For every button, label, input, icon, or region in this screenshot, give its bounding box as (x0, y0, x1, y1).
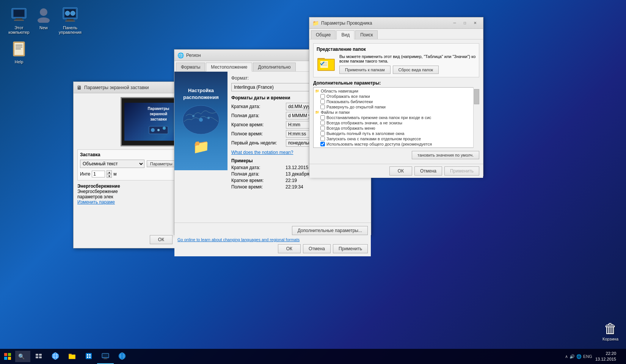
lang-indicator[interactable]: ENG (583, 354, 592, 359)
screensaver-ok-btn[interactable]: ОК (150, 235, 173, 244)
show-libraries-checkbox[interactable] (320, 99, 325, 104)
interval-label: Инте (80, 171, 90, 177)
always-show-icons-item[interactable]: Всегда отображать значки, а не эскизы (314, 120, 473, 126)
separate-process-item[interactable]: Запускать окна с папками в отдельном про… (314, 136, 473, 141)
file-explorer-button[interactable] (64, 349, 80, 364)
expand-to-open-checkbox[interactable] (320, 105, 325, 109)
files-folders-group: 📁 Файлы и папки (314, 110, 473, 115)
show-all-folders-checkbox[interactable] (320, 94, 325, 99)
screensaver-settings-btn[interactable]: Параметры (147, 160, 176, 167)
recycle-bin-label: Корзина (602, 337, 618, 341)
svg-rect-34 (8, 353, 11, 356)
desktop-icon-help[interactable]: Help (4, 38, 34, 66)
ex-long-time-value: 22:19:34 (286, 184, 367, 190)
region-cancel-btn[interactable]: Отмена (303, 244, 331, 253)
always-show-menu-checkbox[interactable] (320, 126, 325, 130)
ex-long-date-label: Полная дата: (231, 171, 284, 177)
tab-formats[interactable]: Форматы (176, 63, 205, 71)
show-full-path-checkbox[interactable] (320, 131, 325, 136)
browser-button[interactable] (114, 349, 130, 364)
reset-folders-btn[interactable]: Сброс вида папок (393, 66, 439, 74)
tab-location[interactable]: Местоположение (206, 63, 252, 72)
short-date-label: Краткая дата: (231, 104, 284, 109)
task-view-btn[interactable] (30, 349, 47, 364)
show-full-path-item[interactable]: Выводить полный путь в заголовке окна (314, 131, 473, 136)
svg-rect-39 (36, 356, 38, 358)
svg-rect-17 (16, 49, 21, 49)
use-sharing-item[interactable]: Использовать мастер общего доступа (реко… (314, 141, 473, 147)
change-params-link[interactable]: Изменить параме (77, 199, 115, 205)
help-icon (10, 40, 28, 58)
maximize-button[interactable]: □ (460, 19, 470, 27)
close-button[interactable]: ✕ (470, 19, 480, 27)
tab-general[interactable]: Общие (311, 30, 336, 39)
minimize-button[interactable]: ─ (450, 19, 460, 27)
interval-up-btn[interactable]: ▲ (107, 170, 112, 174)
taskbar: 🔍 (0, 349, 626, 364)
region-ok-btn[interactable]: ОК (278, 244, 301, 253)
region-apply-btn[interactable]: Применить (333, 244, 368, 253)
show-all-folders-item[interactable]: Отображать все папки (314, 94, 473, 99)
expand-to-open-item[interactable]: Развернуть до открытой папки (314, 104, 473, 110)
tray-time: 22:20 (595, 351, 616, 356)
explorer-apply-btn[interactable]: Применить (444, 166, 479, 176)
tab-view[interactable]: Вид (336, 30, 355, 39)
svg-rect-38 (39, 354, 42, 356)
restore-prev-checkbox[interactable] (320, 115, 325, 120)
interval-input[interactable] (92, 171, 105, 177)
format-label: Формат: (231, 75, 249, 81)
scrollbar-track[interactable] (473, 87, 479, 148)
svg-point-24 (192, 115, 195, 117)
folder-view-icon (317, 54, 336, 73)
interval-down-btn[interactable]: ▼ (107, 174, 112, 178)
tray-time-area[interactable]: 22:20 13.12.2015 (595, 351, 616, 362)
screensaver-select[interactable]: Объемный текст (80, 160, 144, 168)
advanced-params-list: 📁 Область навигации Отображать все папки… (313, 87, 479, 148)
scrollbar-thumb[interactable] (474, 89, 479, 104)
control-panel-icon (61, 6, 79, 24)
online-link[interactable]: Go online to learn about changing langua… (177, 237, 368, 242)
ex-short-time-label: Краткое время: (231, 178, 284, 183)
ex-long-time-label: Полное время: (231, 184, 284, 190)
tab-search[interactable]: Поиск (355, 30, 378, 39)
store-button[interactable] (80, 349, 97, 364)
restore-defaults-btn[interactable]: тановить значения по умолч. (412, 151, 479, 159)
recycle-bin-icon: 🗑 (604, 321, 617, 337)
svg-rect-49 (86, 353, 92, 359)
start-button[interactable] (0, 349, 15, 364)
tray-area: ∧ 🔊 🌐 ENG (565, 354, 592, 359)
show-libraries-item[interactable]: Показывать библиотеки (314, 99, 473, 104)
explorer-title-text: Параметры Проводника (321, 20, 447, 26)
search-box[interactable]: 🔍 (15, 351, 30, 362)
ie-button[interactable] (47, 349, 64, 364)
long-date-label: Полная дата: (231, 113, 284, 118)
always-show-icons-checkbox[interactable] (320, 121, 325, 125)
tray-date: 13.12.2015 (595, 356, 616, 362)
ex-short-date-label: Краткая дата: (231, 165, 284, 170)
desktop-icon-new[interactable]: New (28, 4, 59, 32)
explorer-cancel-btn[interactable]: Отмена (414, 166, 442, 176)
screensaver-title-icon: 🖥 (77, 85, 82, 91)
apply-folders-btn[interactable]: Применить к папкам (339, 66, 391, 74)
chevron-up-icon[interactable]: ∧ (565, 354, 568, 359)
search-icon: 🔍 (18, 353, 25, 359)
svg-point-19 (151, 128, 155, 132)
svg-rect-2 (16, 18, 22, 20)
svg-rect-4 (14, 10, 24, 17)
notation-link[interactable]: What does the notation mean? (231, 150, 293, 155)
recycle-bin[interactable]: 🗑 Корзина (602, 321, 618, 341)
explorer-ok-btn[interactable]: ОК (389, 166, 412, 176)
svg-rect-40 (39, 356, 42, 358)
explorer-titlebar[interactable]: 📁 Параметры Проводника ─ □ ✕ (309, 17, 483, 29)
use-sharing-checkbox[interactable] (320, 142, 325, 146)
svg-rect-15 (16, 45, 22, 46)
more-params-btn[interactable]: Дополнительные параметры... (292, 226, 368, 235)
restore-prev-item[interactable]: Восстанавливать прежние окна папок при в… (314, 115, 473, 120)
tab-advanced[interactable]: Дополнительно (253, 63, 295, 71)
always-show-menu-item[interactable]: Всегда отображать меню (314, 126, 473, 131)
desktop-icon-control-panel[interactable]: Панельуправления (55, 4, 85, 36)
svg-rect-16 (16, 47, 22, 47)
monitor-button[interactable] (97, 349, 114, 364)
svg-rect-3 (14, 20, 24, 21)
separate-process-checkbox[interactable] (320, 136, 325, 141)
